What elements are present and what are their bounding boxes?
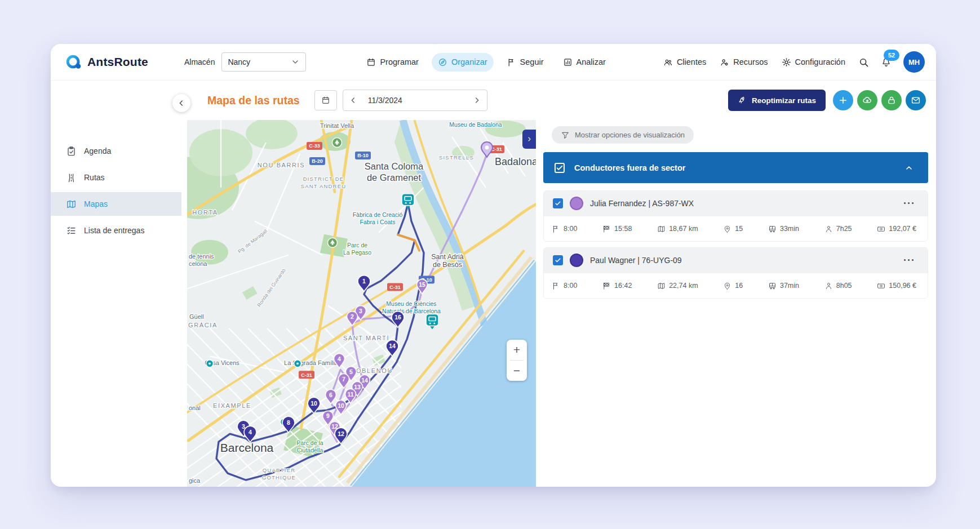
map-label: EIXAMPLE xyxy=(213,402,251,409)
quick-action-buttons xyxy=(833,90,926,110)
map-label: La Sagrada Família xyxy=(284,359,339,366)
driver-name: Paul Wagner | 76-UYG-09 xyxy=(590,256,682,265)
map-canvas[interactable]: Trinitat VellaMuseu de BadalonaSISTRELLS… xyxy=(187,120,536,487)
map-label: Ciutadella xyxy=(297,447,323,454)
svg-text:4: 4 xyxy=(338,356,341,362)
cloud-icon xyxy=(862,95,872,105)
park-poi-icon xyxy=(332,137,342,147)
collapse-group-button[interactable] xyxy=(901,163,917,173)
map-label: Museu de Ciències xyxy=(386,301,436,307)
group-label: Conductores fuera de sector xyxy=(574,163,685,172)
driver-group-header[interactable]: Conductores fuera de sector xyxy=(543,152,928,183)
sidebar-item-lista-de-entregas[interactable]: Lista de entregas xyxy=(51,219,181,242)
map-label: NOU BARRIS xyxy=(258,162,305,168)
driver-card: Paul Wagner | 76-UYG-09···8:0016:4222,74… xyxy=(543,247,928,299)
map-label: Badalona xyxy=(495,156,536,167)
map-icon xyxy=(66,199,77,210)
driver-row[interactable]: Paul Wagner | 76-UYG-09··· xyxy=(544,248,928,273)
map-label: HORTA xyxy=(192,209,218,216)
sidebar-item-agenda[interactable]: Agenda xyxy=(51,139,181,163)
map-label: Sant Adrià xyxy=(431,253,464,261)
map-label: Museu de Badalona xyxy=(449,122,502,128)
map-label: Trinitat Vella xyxy=(320,122,354,129)
nav-recursos[interactable]: Recursos xyxy=(713,53,774,72)
app-brand: AntsRoute xyxy=(87,55,148,69)
warehouse-select[interactable]: Nancy xyxy=(221,52,306,72)
nav-seguir[interactable]: Seguir xyxy=(500,53,550,72)
map-label: onal xyxy=(189,404,201,411)
poi-icon xyxy=(294,360,301,367)
driver-more-options-button[interactable]: ··· xyxy=(900,198,919,209)
nav-programar[interactable]: Programar xyxy=(360,53,425,72)
sidebar-item-mapas[interactable]: Mapas xyxy=(51,192,181,216)
map-label: Fabra i Coats xyxy=(360,219,396,225)
list-icon xyxy=(66,225,77,236)
svg-text:11: 11 xyxy=(347,392,353,398)
nav-configuracion[interactable]: Configuración xyxy=(775,53,852,72)
svg-text:5: 5 xyxy=(349,369,353,375)
chevron-up-icon xyxy=(904,163,914,172)
nav-clientes[interactable]: Clientes xyxy=(657,53,712,72)
road-badge: C-31 xyxy=(299,371,314,379)
user-avatar[interactable]: MH xyxy=(903,51,925,73)
antsroute-logo-icon xyxy=(65,54,82,70)
map-label: GRÀCIA xyxy=(188,322,218,328)
driver-stat-flag-start: 8:00 xyxy=(552,225,577,233)
zoom-out-button[interactable]: − xyxy=(507,361,527,381)
driver-checkbox[interactable] xyxy=(553,198,563,208)
check-icon xyxy=(556,163,564,172)
nav-organizar[interactable]: Organizar xyxy=(432,53,494,72)
add-button[interactable] xyxy=(833,90,853,110)
display-options-button[interactable]: Mostrar opciones de visualización xyxy=(552,126,694,144)
svg-text:7: 7 xyxy=(342,376,345,383)
notification-badge: 52 xyxy=(884,50,899,61)
clients-icon xyxy=(663,57,673,67)
content-body: Trinitat VellaMuseu de BadalonaSISTRELLS… xyxy=(181,120,936,487)
date-field: 11/3/2024 xyxy=(343,90,487,111)
svg-text:9: 9 xyxy=(326,413,330,419)
driver-stat-flag-start: 8:00 xyxy=(552,282,577,290)
driver-name: Julia Fernandez | AS-987-WX xyxy=(590,199,694,208)
road-badge: B-10 xyxy=(355,152,371,159)
pin-icon xyxy=(723,225,731,233)
date-value[interactable]: 11/3/2024 xyxy=(363,96,467,105)
driver-stats-row: 8:0015:5818,67 km1533min7h25192,07 € xyxy=(544,216,928,241)
map[interactable]: Trinitat VellaMuseu de BadalonaSISTRELLS… xyxy=(187,120,536,487)
svg-text:6: 6 xyxy=(329,392,332,398)
mail-button[interactable] xyxy=(906,90,926,110)
driver-stat-person: 7h25 xyxy=(824,225,852,233)
reoptimize-routes-button[interactable]: Reoptimizar rutas xyxy=(728,90,826,111)
agenda-icon xyxy=(66,146,77,157)
top-navbar: AntsRoute Almacén Nancy ProgramarOrganiz… xyxy=(51,44,936,81)
lock-button[interactable] xyxy=(881,90,902,110)
previous-day-button[interactable] xyxy=(343,90,363,110)
svg-text:3: 3 xyxy=(359,308,362,314)
expand-panel-button[interactable] xyxy=(522,130,536,149)
chevron-right-icon xyxy=(526,135,533,144)
driver-stat-money: 150,96 € xyxy=(877,282,916,290)
upload-button[interactable] xyxy=(857,90,877,110)
collapse-sidebar-button[interactable] xyxy=(172,94,190,112)
zoom-in-button[interactable]: + xyxy=(507,340,527,360)
person-icon xyxy=(824,225,833,233)
svg-text:2: 2 xyxy=(351,314,354,320)
next-day-button[interactable] xyxy=(467,90,487,110)
driver-card: Julia Fernandez | AS-987-WX···8:0015:581… xyxy=(543,190,928,242)
driver-stat-money: 192,07 € xyxy=(877,225,916,233)
svg-text:C-31: C-31 xyxy=(389,284,400,290)
driver-more-options-button[interactable]: ··· xyxy=(900,255,919,266)
nav-analizar[interactable]: Analizar xyxy=(557,53,612,72)
drive-icon xyxy=(768,282,777,290)
group-checkbox[interactable] xyxy=(555,163,565,173)
calendar-picker-button[interactable] xyxy=(314,90,337,110)
routes-panel: Mostrar opciones de visualización Conduc… xyxy=(543,120,928,487)
driver-stat-person: 8h05 xyxy=(824,282,852,290)
driver-checkbox[interactable] xyxy=(553,255,563,265)
search-button[interactable] xyxy=(853,51,874,73)
notifications-button[interactable]: 52 xyxy=(875,51,897,73)
driver-row[interactable]: Julia Fernandez | AS-987-WX··· xyxy=(544,191,928,216)
rocket-icon xyxy=(738,96,747,105)
sidebar-item-rutas[interactable]: Rutas xyxy=(51,166,181,189)
svg-text:16: 16 xyxy=(394,314,401,321)
svg-text:15: 15 xyxy=(419,282,425,288)
